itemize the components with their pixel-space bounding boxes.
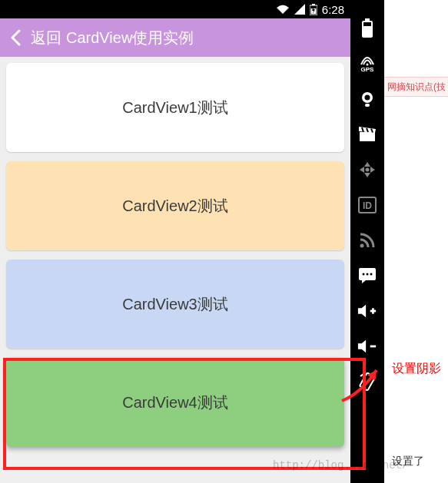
right-band-text: 网摘知识点(技 (387, 81, 446, 92)
svg-rect-10 (360, 132, 375, 141)
rss-icon[interactable] (357, 230, 377, 250)
right-band[interactable]: 网摘知识点(技 (384, 77, 448, 97)
battery-icon[interactable] (357, 18, 377, 38)
phone-screen: 6:28 返回 CardView使用实例 CardView1测试 CardVie… (0, 0, 350, 483)
card-3[interactable]: CardView3测试 (6, 260, 344, 349)
signal-icon (294, 4, 305, 15)
stage: 6:28 返回 CardView使用实例 CardView1测试 CardVie… (0, 0, 448, 483)
back-button[interactable] (0, 18, 31, 57)
svg-point-27 (370, 273, 373, 276)
card-label: CardView3测试 (122, 294, 227, 315)
svg-point-25 (363, 273, 365, 276)
svg-rect-4 (365, 18, 370, 21)
volume-down-icon[interactable] (357, 336, 377, 356)
card-label: CardView2测试 (122, 196, 227, 217)
card-2[interactable]: CardView2测试 (6, 161, 344, 250)
battery-icon (310, 4, 317, 15)
svg-marker-18 (370, 167, 375, 173)
right-panel: 网摘知识点(技 设置阴影 设置了 (384, 0, 448, 483)
svg-point-19 (366, 168, 370, 172)
svg-rect-1 (312, 4, 315, 5)
svg-rect-5 (363, 22, 371, 26)
card-label: CardView4测试 (122, 392, 227, 413)
svg-marker-28 (358, 305, 366, 318)
dpad-icon[interactable] (357, 160, 377, 180)
status-bar: 6:28 (0, 0, 350, 18)
app-header: 返回 CardView使用实例 (0, 18, 350, 57)
svg-rect-9 (365, 104, 370, 107)
svg-point-26 (367, 273, 369, 276)
svg-marker-24 (362, 280, 366, 283)
card-list: CardView1测试 CardView2测试 CardView3测试 Card… (0, 57, 350, 483)
emulator-sidebar: GPS ID (350, 0, 384, 483)
svg-marker-17 (360, 167, 364, 173)
annotation-text: 设置阴影 (392, 361, 441, 377)
volume-up-icon[interactable] (357, 301, 377, 321)
page-title: CardView使用实例 (66, 28, 350, 48)
svg-marker-16 (364, 173, 370, 177)
status-time: 6:28 (322, 3, 344, 16)
clapper-icon[interactable] (357, 124, 377, 144)
chevron-left-icon (10, 29, 21, 46)
card-label: CardView1测试 (122, 98, 227, 118)
card-1[interactable]: CardView1测试 (6, 63, 344, 152)
gps-icon[interactable]: GPS (357, 54, 377, 74)
svg-marker-31 (358, 340, 366, 353)
right-small-text: 设置了 (392, 455, 424, 468)
card-4[interactable]: CardView4测试 (6, 358, 344, 447)
wifi-icon (276, 4, 290, 15)
sms-icon[interactable] (357, 266, 377, 286)
svg-marker-15 (364, 162, 370, 167)
rotate-icon[interactable] (357, 372, 377, 392)
svg-point-22 (360, 244, 364, 248)
back-label[interactable]: 返回 (31, 28, 61, 48)
svg-text:ID: ID (363, 200, 372, 211)
id-icon[interactable]: ID (357, 195, 377, 215)
camera-icon[interactable] (357, 89, 377, 109)
svg-point-8 (365, 95, 370, 101)
